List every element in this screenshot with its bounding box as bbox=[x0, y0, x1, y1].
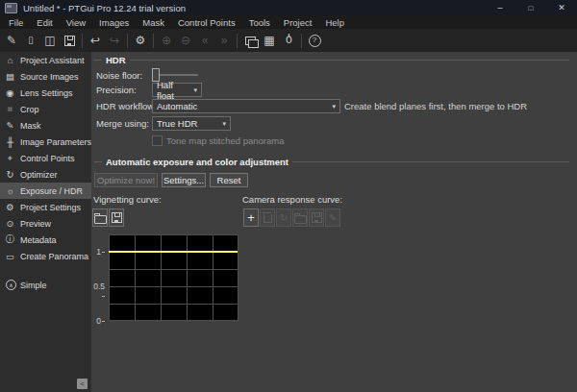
camera-curve-add-button[interactable]: + bbox=[243, 208, 259, 227]
hdr-group-header: HDR bbox=[94, 55, 569, 65]
sidebar: ⌂ Project Assistant ▤ Source Images ◉ Le… bbox=[0, 52, 91, 392]
merge-using-label: Merge using: bbox=[96, 118, 149, 129]
crop-icon: ⌗ bbox=[4, 104, 16, 115]
toolbar-separator bbox=[127, 34, 128, 48]
control-points-icon: ⌖ bbox=[4, 153, 16, 164]
image-icon: ▤ bbox=[4, 71, 16, 82]
folder-open-icon bbox=[294, 215, 307, 224]
sidebar-item-label: Source Images bbox=[20, 72, 79, 82]
merge-using-dropdown[interactable]: True HDR ▾ bbox=[152, 116, 231, 131]
hdr-workflow-dropdown[interactable]: Automatic ▾ bbox=[152, 99, 340, 113]
undo-icon: ↩ bbox=[90, 35, 100, 46]
app-icon bbox=[5, 3, 17, 13]
next-icon: » bbox=[221, 35, 228, 46]
new-project-icon: ✎ bbox=[7, 35, 16, 46]
zoom-out-icon: ⊖ bbox=[181, 35, 190, 46]
duplicate-icon: ◫ bbox=[44, 35, 55, 46]
sidebar-gap bbox=[0, 264, 91, 277]
sidebar-item-mask[interactable]: ✎ Mask bbox=[0, 117, 91, 134]
home-icon: ⌂ bbox=[4, 55, 16, 65]
camera-curve-reset-button: ↻ bbox=[276, 208, 291, 227]
lightbulb-button[interactable]: ϙ bbox=[279, 31, 298, 50]
duplicate-project-button[interactable]: ◫ bbox=[40, 31, 60, 50]
save-icon bbox=[312, 212, 322, 223]
camera-icon: ◉ bbox=[4, 87, 16, 98]
help-button[interactable]: ? bbox=[305, 31, 324, 50]
panels-icon bbox=[245, 37, 256, 45]
sidebar-item-label: Mask bbox=[20, 121, 41, 131]
menu-images[interactable]: Images bbox=[92, 15, 136, 29]
collapse-sidebar-button[interactable]: < bbox=[77, 379, 88, 389]
menu-view[interactable]: View bbox=[60, 15, 92, 29]
gear-icon: ⚙ bbox=[4, 202, 16, 212]
eye-icon: ⊙ bbox=[4, 218, 16, 229]
settings-button[interactable]: Settings... bbox=[162, 173, 206, 187]
window-title: Untitled * - PTGui Pro 12.24 trial versi… bbox=[23, 3, 186, 13]
minimize-button[interactable]: – bbox=[485, 0, 515, 15]
precision-value: Half float bbox=[157, 80, 188, 101]
gear-icon: ⚙ bbox=[136, 35, 146, 46]
sidebar-item-control-points[interactable]: ⌖ Control Points bbox=[0, 150, 91, 166]
undo-button[interactable]: ↩ bbox=[86, 31, 105, 50]
precision-dropdown[interactable]: Half float ▾ bbox=[152, 83, 202, 97]
open-project-icon: ▯ bbox=[28, 36, 34, 45]
save-icon bbox=[112, 212, 122, 223]
sidebar-item-source-images[interactable]: ▤ Source Images bbox=[0, 68, 91, 85]
sidebar-item-label: Preview bbox=[20, 219, 51, 229]
sidebar-item-simple[interactable]: ∧ Simple bbox=[0, 277, 91, 293]
camera-curve-load-button bbox=[292, 208, 308, 227]
grid-view-button[interactable]: ▦ bbox=[260, 31, 279, 50]
redo-button: ↪ bbox=[105, 31, 124, 50]
menu-mask[interactable]: Mask bbox=[136, 15, 171, 29]
camera-curve-delete-button bbox=[260, 208, 275, 227]
sidebar-item-label: Optimizer bbox=[20, 170, 58, 180]
hdr-workflow-value: Automatic bbox=[157, 101, 197, 111]
vignetting-save-button[interactable] bbox=[109, 208, 124, 227]
vignetting-curve-line bbox=[109, 251, 238, 253]
maximize-button[interactable]: □ bbox=[515, 0, 546, 15]
new-project-button[interactable]: ✎ bbox=[2, 31, 21, 50]
lightbulb-icon: ϙ bbox=[286, 35, 292, 46]
title-bar[interactable]: Untitled * - PTGui Pro 12.24 trial versi… bbox=[0, 0, 577, 15]
save-project-button[interactable] bbox=[60, 31, 79, 50]
menu-file[interactable]: File bbox=[2, 15, 30, 29]
redo-icon: ↪ bbox=[110, 35, 119, 46]
sidebar-item-create-panorama[interactable]: ▭ Create Panorama bbox=[0, 248, 91, 264]
sidebar-item-crop[interactable]: ⌗ Crop bbox=[0, 101, 91, 117]
menu-tools[interactable]: Tools bbox=[242, 15, 277, 29]
y-axis-tick-1: 1 bbox=[91, 247, 105, 257]
sidebar-item-label: Lens Settings bbox=[20, 88, 73, 98]
sidebar-item-exposure-hdr[interactable]: ☼ Exposure / HDR bbox=[0, 183, 91, 199]
sidebar-item-metadata[interactable]: ⓘ Metadata bbox=[0, 232, 91, 248]
folder-open-icon bbox=[94, 215, 107, 224]
menu-control-points[interactable]: Control Points bbox=[171, 15, 242, 29]
hdr-group-title: HDR bbox=[106, 55, 126, 65]
settings-toolbar-button[interactable]: ⚙ bbox=[131, 31, 150, 50]
sidebar-item-label: Exposure / HDR bbox=[20, 186, 83, 196]
chevron-down-icon: ▾ bbox=[332, 103, 336, 110]
tonemap-checkbox[interactable] bbox=[152, 135, 163, 146]
sidebar-item-optimizer[interactable]: ↻ Optimizer bbox=[0, 166, 91, 183]
trash-icon bbox=[263, 214, 272, 223]
close-button[interactable]: ✕ bbox=[546, 0, 577, 15]
panels-button[interactable] bbox=[240, 31, 260, 50]
vignetting-curve-plot bbox=[109, 234, 238, 321]
sidebar-item-image-parameters[interactable]: ╫ Image Parameters bbox=[0, 134, 91, 150]
noise-floor-label: Noise floor: bbox=[96, 70, 142, 81]
plot-gridlines bbox=[109, 234, 238, 320]
menu-project[interactable]: Project bbox=[277, 15, 319, 29]
sidebar-item-project-assistant[interactable]: ⌂ Project Assistant bbox=[0, 52, 91, 68]
zoom-in-icon: ⊕ bbox=[162, 35, 171, 46]
precision-label: Precision: bbox=[96, 85, 137, 95]
sidebar-item-lens-settings[interactable]: ◉ Lens Settings bbox=[0, 85, 91, 101]
vignetting-load-button[interactable] bbox=[92, 208, 108, 227]
sidebar-item-label: Project Settings bbox=[20, 203, 81, 212]
sidebar-item-label: Crop bbox=[20, 105, 39, 114]
sidebar-item-preview[interactable]: ⊙ Preview bbox=[0, 215, 91, 232]
menu-help[interactable]: Help bbox=[318, 15, 351, 29]
menu-edit[interactable]: Edit bbox=[30, 15, 59, 29]
ptgui-window: Untitled * - PTGui Pro 12.24 trial versi… bbox=[0, 0, 577, 392]
sidebar-item-project-settings[interactable]: ⚙ Project Settings bbox=[0, 199, 91, 215]
open-project-button[interactable]: ▯ bbox=[21, 31, 40, 50]
reset-button[interactable]: Reset bbox=[210, 173, 248, 187]
